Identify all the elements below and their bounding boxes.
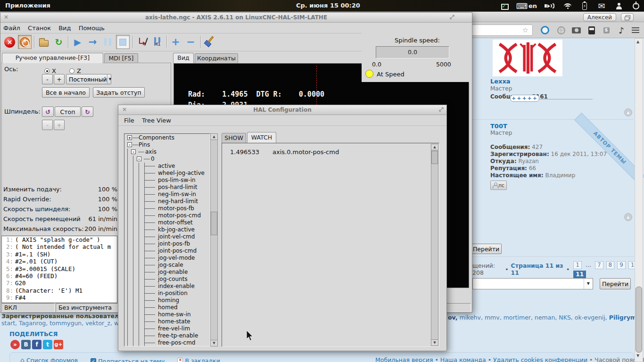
page-number[interactable]: 9	[617, 261, 626, 269]
watch-scroll-up[interactable]: ▲	[431, 144, 438, 150]
share-icon[interactable]: »	[10, 340, 20, 349]
hal-tree-item[interactable]: joint-pos-fb	[125, 240, 210, 247]
wifi-icon[interactable]	[562, 1, 573, 10]
keyboard-layout[interactable]: en	[528, 1, 537, 10]
scroll-up-icon[interactable]: ▲	[636, 40, 639, 44]
tree-expander-icon[interactable]: -	[137, 156, 141, 161]
menu-help[interactable]: Помощь	[76, 24, 107, 32]
tab-manual-control[interactable]: Ручное управление-[F3]	[2, 53, 103, 63]
jump-button-bottom[interactable]: Перейти	[600, 278, 631, 289]
stop-button[interactable]	[116, 35, 130, 49]
override-row[interactable]: Скорость перемещений61 in/min	[3, 215, 117, 225]
page-number[interactable]: …	[584, 262, 593, 269]
tree-scroll-up[interactable]: ▲	[210, 133, 218, 140]
footer-links[interactable]: Мобильная версия • Наша команда • Удалит…	[375, 356, 587, 362]
home-all-button[interactable]: Все в начало	[42, 87, 90, 98]
hal-tree-item[interactable]: free-pos-cmd	[125, 339, 210, 346]
checkbox-icon[interactable]: ✓	[91, 358, 96, 362]
spindle-cw-button[interactable]: ↻	[82, 107, 93, 117]
watch-scrollbar[interactable]	[431, 144, 438, 346]
tab-dro[interactable]: Координаты	[195, 53, 238, 63]
tree-scroll-down[interactable]: ▼	[210, 340, 218, 346]
hal-tree-item[interactable]: - axis	[125, 148, 210, 156]
hal-tree[interactable]: + Components - Pins - axis -	[124, 133, 210, 346]
override-row[interactable]: Максимальная скорость:200 in/min	[3, 225, 117, 235]
browser-user-button[interactable]: Алексей	[583, 13, 616, 21]
spindle-faster-button[interactable]: +	[54, 120, 65, 130]
twitter-icon[interactable]: t	[43, 340, 52, 349]
hal-tree-item[interactable]: free-tp-enable	[125, 332, 210, 339]
bookmark-star-icon[interactable]: ☆	[522, 26, 528, 34]
override-row[interactable]: Rapid Override:100 %	[3, 196, 117, 206]
hal-tree-item[interactable]: homed	[125, 304, 210, 311]
open-file-button[interactable]	[37, 35, 50, 49]
tab-mdi[interactable]: MDI [F5]	[104, 53, 138, 63]
facebook-icon[interactable]: f	[32, 340, 41, 349]
jog-mode-select[interactable]: Постоянный ▼	[66, 74, 111, 84]
battery-icon[interactable]: ⚡	[580, 1, 589, 10]
extension-tram-icon[interactable]	[586, 25, 597, 35]
post1-username[interactable]: Lexxa	[490, 78, 511, 85]
tab-preview[interactable]: Вид	[173, 53, 194, 63]
watch-panel[interactable]: 1.496533 axis.0.motor-pos-cmd ▲ ▼	[222, 143, 439, 347]
hal-tree-item[interactable]: wheel-jog-active	[125, 170, 210, 177]
tab-watch[interactable]: WATCH	[247, 132, 276, 143]
post2-top-button[interactable]: ▲	[624, 213, 632, 221]
spindle-ccw-button[interactable]: ↺	[42, 107, 54, 117]
tree-scrollbar-thumb[interactable]	[211, 212, 217, 235]
estop-button[interactable]: ×	[3, 35, 17, 49]
applications-menu[interactable]: Приложения	[5, 2, 50, 9]
hal-tree-item[interactable]: jog-scale	[125, 262, 210, 269]
post2-username[interactable]: T00T	[490, 123, 507, 130]
bookmark-link[interactable]: * В закладки	[177, 357, 220, 362]
page-number[interactable]: 11	[573, 271, 586, 279]
tree-expander-icon[interactable]: -	[127, 142, 132, 147]
jog-plus-button[interactable]: +	[54, 74, 65, 84]
googleplus-icon[interactable]: g+	[54, 340, 63, 349]
volume-icon[interactable]	[542, 1, 556, 10]
zoom-in-button[interactable]: +	[169, 35, 182, 49]
private-message-button[interactable]: пс	[490, 181, 507, 190]
user-link[interactable]: NKS,	[559, 314, 572, 321]
hal-tree-item[interactable]: home-sw-in	[125, 311, 210, 318]
hal-tree-item[interactable]: motor-pos-cmd	[125, 212, 210, 219]
hal-tree-item[interactable]: motor-offset	[125, 219, 210, 226]
extension-s-badge-icon[interactable]: S	[601, 25, 612, 35]
browser-restore-button[interactable]	[621, 13, 634, 21]
run-from-line-button[interactable]	[136, 35, 149, 49]
reload-file-button[interactable]: ↻	[52, 35, 66, 49]
tree-expander-icon[interactable]: +	[127, 135, 132, 140]
hal-tree-item[interactable]: pos-hard-limit	[125, 184, 210, 191]
hal-tree-item[interactable]: neg-hard-limit	[125, 198, 210, 205]
hal-tree-item[interactable]: free-vel-lim	[125, 325, 210, 332]
machine-power-button[interactable]	[18, 35, 32, 49]
hal-tree-item[interactable]: motor-pos-fb	[125, 205, 210, 212]
keyboard-icon[interactable]: ⌨	[516, 1, 528, 10]
hal-tree-item[interactable]: jog-enable	[125, 269, 210, 276]
extension-camera-icon[interactable]	[570, 25, 582, 35]
hal-tree-item[interactable]: jog-counts	[125, 276, 210, 283]
browser-menu-icon[interactable]	[630, 25, 641, 35]
jump-select[interactable]: ▼	[472, 278, 593, 289]
hal-tree-item[interactable]: - 0	[125, 156, 210, 163]
gcode-listing[interactable]: 1:( AXIS "splash g-code" ) 2:( Not inten…	[1, 236, 117, 303]
hal-tree-item[interactable]: in-position	[125, 290, 210, 297]
step-button[interactable]: →	[86, 35, 99, 49]
forum-index-link[interactable]: ⌂ Список форумов	[20, 356, 78, 362]
maximize-icon[interactable]: ⤢	[450, 14, 454, 20]
mail-icon[interactable]: ✉	[595, 1, 608, 10]
menu-file[interactable]: Файл	[0, 24, 23, 32]
menu-machine[interactable]: Станок	[25, 24, 54, 32]
user-link[interactable]: neman,	[535, 314, 557, 321]
zoom-out-button[interactable]: −	[184, 35, 198, 49]
extension-drop-icon[interactable]	[539, 25, 551, 35]
hal-tree-item[interactable]: joint-pos-cmd	[125, 247, 210, 255]
hal-tree-item[interactable]: - Pins	[125, 141, 210, 148]
user-link[interactable]: mmv,	[485, 314, 502, 321]
hal-titlebar[interactable]: × HAL Configuration ⤢	[118, 105, 446, 115]
menu-tree-view[interactable]: Tree View	[139, 116, 174, 124]
hal-tree-item[interactable]: index-enable	[125, 283, 210, 290]
extension-note-icon[interactable]: ♪	[616, 25, 627, 35]
menu-view[interactable]: Вид	[56, 24, 74, 32]
hal-tree-item[interactable]: pos-lim-sw-in	[125, 177, 210, 184]
